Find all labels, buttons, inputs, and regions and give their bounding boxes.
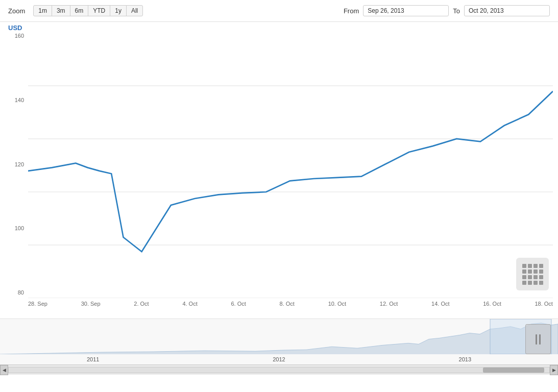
scroll-thumb[interactable] <box>483 368 544 373</box>
zoom-ytd-button[interactable]: YTD <box>88 5 110 16</box>
y-label-120: 120 <box>0 161 28 167</box>
y-label-100: 100 <box>0 225 28 231</box>
from-label: From <box>344 7 359 15</box>
navigator-right-handle[interactable] <box>525 324 551 354</box>
y-axis: 80 100 120 140 160 <box>0 33 28 298</box>
y-label-80: 80 <box>0 289 28 296</box>
chart-context-button[interactable] <box>516 258 549 290</box>
zoom-label: Zoom <box>8 7 25 15</box>
chart-area: 80 100 120 140 160 28. Sep 30. Sep 2. Oc… <box>0 33 558 318</box>
nav-x-2013: 2013 <box>459 356 471 362</box>
to-date-input[interactable] <box>464 5 550 16</box>
x-label-12oct: 12. Oct <box>380 301 398 307</box>
main-chart-svg <box>28 33 553 298</box>
scroll-right-button[interactable]: ▶ <box>550 365 558 375</box>
zoom-1y-button[interactable]: 1y <box>110 5 127 16</box>
scroll-left-button[interactable]: ◀ <box>0 365 8 375</box>
to-label: To <box>453 7 460 15</box>
x-label-16oct: 16. Oct <box>483 301 501 307</box>
handle-bar-2 <box>539 334 541 345</box>
zoom-1m-button[interactable]: 1m <box>33 5 52 16</box>
zoom-buttons: 1m 3m 6m YTD 1y All <box>33 5 143 16</box>
from-date-input[interactable] <box>363 5 449 16</box>
price-line <box>28 91 553 252</box>
zoom-6m-button[interactable]: 6m <box>70 5 89 16</box>
x-label-18oct: 18. Oct <box>535 301 552 307</box>
handle-bar-1 <box>536 334 537 345</box>
y-label-140: 140 <box>0 97 28 103</box>
nav-x-2011: 2011 <box>87 356 99 362</box>
y-label-160: 160 <box>0 33 28 39</box>
navigator-x-axis: 2011 2012 2013 <box>0 354 558 364</box>
chart-svg-container <box>28 33 553 298</box>
top-bar: Zoom 1m 3m 6m YTD 1y All From To <box>0 0 558 22</box>
grid-dots-icon <box>522 264 543 285</box>
x-label-14oct: 14. Oct <box>431 301 449 307</box>
navigator-svg-container <box>0 319 558 354</box>
scroll-track[interactable] <box>8 367 550 373</box>
currency-label: USD <box>0 22 558 33</box>
x-label-28sep: 28. Sep <box>28 301 47 307</box>
scrollbar: ◀ ▶ <box>0 364 558 375</box>
navigator: 2011 2012 2013 <box>0 318 558 364</box>
x-label-4oct: 4. Oct <box>182 301 197 307</box>
x-label-6oct: 6. Oct <box>231 301 246 307</box>
navigator-svg <box>0 319 558 354</box>
date-range: From To <box>344 5 550 16</box>
x-axis: 28. Sep 30. Sep 2. Oct 4. Oct 6. Oct 8. … <box>28 298 553 318</box>
x-label-10oct: 10. Oct <box>328 301 346 307</box>
zoom-all-button[interactable]: All <box>126 5 143 16</box>
x-label-2oct: 2. Oct <box>134 301 149 307</box>
x-label-8oct: 8. Oct <box>280 301 295 307</box>
nav-x-2012: 2012 <box>273 356 285 362</box>
x-label-30sep: 30. Sep <box>81 301 101 307</box>
zoom-3m-button[interactable]: 3m <box>52 5 70 16</box>
